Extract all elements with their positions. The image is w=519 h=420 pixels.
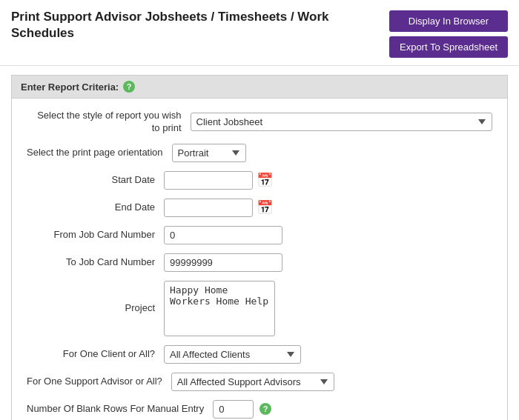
blank-rows-input[interactable] xyxy=(213,400,254,419)
main-content: Enter Report Criteria: ? Select the styl… xyxy=(0,66,519,420)
orientation-row: Select the print page orientation Portra… xyxy=(27,144,492,162)
start-date-calendar-icon[interactable]: 📅 xyxy=(257,172,273,188)
to-job-card-input[interactable] xyxy=(164,253,282,272)
page-title: Print Support Advisor Jobsheets / Timesh… xyxy=(11,9,330,41)
section-header: Enter Report Criteria: ? xyxy=(11,75,508,98)
end-date-calendar-icon[interactable]: 📅 xyxy=(257,199,273,216)
start-date-row: Start Date 📅 xyxy=(27,171,492,190)
project-row: Project Happy Home Workers Home Help xyxy=(27,281,492,336)
from-job-card-input[interactable] xyxy=(164,226,282,244)
advisor-row: For One Support Advisor or All? All Affe… xyxy=(27,373,492,391)
style-select[interactable]: Client Jobsheet Timesheet Work Schedule xyxy=(191,113,493,131)
end-date-row: End Date 📅 xyxy=(27,199,492,217)
end-date-label: End Date xyxy=(27,201,164,214)
project-textarea[interactable]: Happy Home Workers Home Help xyxy=(164,281,275,336)
client-row: For One Client or All? All Affected Clie… xyxy=(27,345,492,364)
to-job-card-row: To Job Card Number xyxy=(27,253,492,272)
advisor-label: For One Support Advisor or All? xyxy=(27,376,171,388)
form-container: Select the style of report you wish to p… xyxy=(11,98,508,420)
section-header-label: Enter Report Criteria: xyxy=(21,81,119,93)
page-header: Print Support Advisor Jobsheets / Timesh… xyxy=(0,0,519,66)
advisor-select[interactable]: All Affected Support Advisors One Adviso… xyxy=(171,373,334,391)
to-job-card-label: To Job Card Number xyxy=(27,256,164,269)
end-date-input[interactable] xyxy=(164,199,253,217)
end-date-wrapper: 📅 xyxy=(164,199,273,217)
from-job-card-row: From Job Card Number xyxy=(27,226,492,244)
orientation-label: Select the print page orientation xyxy=(27,147,172,159)
style-row: Select the style of report you wish to p… xyxy=(27,110,492,135)
project-label: Project xyxy=(27,302,164,315)
style-label: Select the style of report you wish to p… xyxy=(27,110,191,135)
start-date-input[interactable] xyxy=(164,171,253,190)
client-label: For One Client or All? xyxy=(27,348,164,361)
export-to-spreadsheet-button[interactable]: Export To Spreadsheet xyxy=(389,36,508,58)
client-select[interactable]: All Affected Clients One Client xyxy=(164,345,301,364)
start-date-wrapper: 📅 xyxy=(164,171,273,190)
from-job-card-label: From Job Card Number xyxy=(27,229,164,241)
display-in-browser-button[interactable]: Display In Browser xyxy=(389,10,508,32)
header-buttons: Display In Browser Export To Spreadsheet xyxy=(389,10,508,58)
blank-rows-info-icon[interactable]: ? xyxy=(260,403,271,415)
blank-rows-wrapper: ? xyxy=(213,400,271,419)
blank-rows-row: Number Of Blank Rows For Manual Entry ? xyxy=(27,400,492,419)
blank-rows-label: Number Of Blank Rows For Manual Entry xyxy=(27,403,213,416)
orientation-select[interactable]: Portrait Landscape xyxy=(172,144,246,162)
start-date-label: Start Date xyxy=(27,174,164,187)
help-icon[interactable]: ? xyxy=(123,81,135,93)
